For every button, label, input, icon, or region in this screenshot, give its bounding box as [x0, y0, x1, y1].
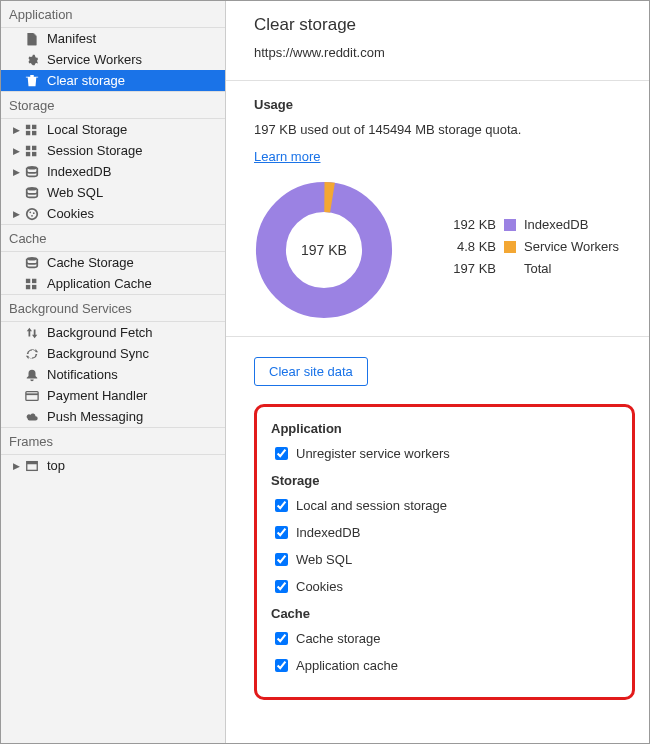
sidebar-item-service-workers[interactable]: Service Workers: [1, 49, 225, 70]
checkbox-row-web-sql[interactable]: Web SQL: [275, 552, 618, 567]
clear-site-data-button[interactable]: Clear site data: [254, 357, 368, 386]
origin-url: https://www.reddit.com: [254, 45, 649, 60]
sidebar-section-header: Frames: [1, 427, 225, 455]
sidebar-item-label: IndexedDB: [47, 164, 111, 179]
sidebar-item-label: Service Workers: [47, 52, 142, 67]
svg-rect-15: [26, 278, 30, 282]
main-panel: Clear storage https://www.reddit.com Usa…: [226, 1, 649, 743]
sidebar-item-label: Push Messaging: [47, 409, 143, 424]
database-icon: [25, 256, 39, 270]
sidebar-section-header: Application: [1, 1, 225, 28]
sidebar-item-label: Background Sync: [47, 346, 149, 361]
grid-icon: [25, 144, 39, 158]
svg-rect-22: [27, 461, 38, 464]
sidebar-item-payment-handler[interactable]: Payment Handler: [1, 385, 225, 406]
usage-text: 197 KB used out of 145494 MB storage quo…: [254, 122, 649, 137]
checkbox[interactable]: [275, 553, 288, 566]
svg-rect-16: [32, 278, 36, 282]
sidebar-item-application-cache[interactable]: Application Cache: [1, 273, 225, 294]
svg-rect-6: [26, 151, 30, 155]
svg-rect-0: [26, 124, 30, 128]
checkbox-row-cache-storage[interactable]: Cache storage: [275, 631, 618, 646]
checkbox-row-indexeddb[interactable]: IndexedDB: [275, 525, 618, 540]
sidebar-section-header: Storage: [1, 91, 225, 119]
sidebar-item-manifest[interactable]: Manifest: [1, 28, 225, 49]
grid-icon: [25, 123, 39, 137]
expand-arrow-icon[interactable]: ▶: [13, 125, 23, 135]
card-icon: [25, 389, 39, 403]
file-icon: [25, 32, 39, 46]
sidebar-section-header: Cache: [1, 224, 225, 252]
checkbox[interactable]: [275, 526, 288, 539]
updown-icon: [25, 326, 39, 340]
window-icon: [25, 459, 39, 473]
usage-donut-chart: 197 KB: [254, 180, 394, 320]
legend-label: Total: [524, 261, 551, 276]
checkbox-row-unregister-service-workers[interactable]: Unregister service workers: [275, 446, 618, 461]
sidebar-item-top[interactable]: ▶top: [1, 455, 225, 476]
checkbox-label: Web SQL: [296, 552, 352, 567]
sidebar-item-label: Cookies: [47, 206, 94, 221]
legend-swatch: [504, 219, 516, 231]
checkbox[interactable]: [275, 632, 288, 645]
usage-title: Usage: [254, 97, 649, 112]
sidebar-item-label: Local Storage: [47, 122, 127, 137]
svg-rect-4: [26, 145, 30, 149]
learn-more-link[interactable]: Learn more: [254, 149, 320, 164]
expand-arrow-icon[interactable]: ▶: [13, 461, 23, 471]
expand-arrow-icon[interactable]: ▶: [13, 146, 23, 156]
sidebar-item-background-fetch[interactable]: Background Fetch: [1, 322, 225, 343]
checkbox-group-title: Application: [271, 421, 618, 436]
sidebar-item-indexeddb[interactable]: ▶IndexedDB: [1, 161, 225, 182]
gear-icon: [25, 53, 39, 67]
sidebar-item-label: Notifications: [47, 367, 118, 382]
sidebar-item-web-sql[interactable]: Web SQL: [1, 182, 225, 203]
svg-rect-5: [32, 145, 36, 149]
sidebar-item-push-messaging[interactable]: Push Messaging: [1, 406, 225, 427]
svg-rect-18: [32, 284, 36, 288]
svg-rect-1: [32, 124, 36, 128]
sidebar-item-label: top: [47, 458, 65, 473]
usage-legend: 192 KBIndexedDB4.8 KBService Workers197 …: [444, 217, 619, 283]
expand-arrow-icon[interactable]: ▶: [13, 209, 23, 219]
legend-row: 4.8 KBService Workers: [444, 239, 619, 254]
sidebar-item-notifications[interactable]: Notifications: [1, 364, 225, 385]
checkbox-row-cookies[interactable]: Cookies: [275, 579, 618, 594]
checkbox-label: IndexedDB: [296, 525, 360, 540]
svg-point-8: [27, 165, 38, 169]
database-icon: [25, 186, 39, 200]
sidebar-item-clear-storage[interactable]: Clear storage: [1, 70, 225, 91]
checkbox[interactable]: [275, 580, 288, 593]
checkbox-row-application-cache[interactable]: Application cache: [275, 658, 618, 673]
legend-row: 192 KBIndexedDB: [444, 217, 619, 232]
svg-rect-2: [26, 130, 30, 134]
checkbox[interactable]: [275, 499, 288, 512]
checkbox-label: Unregister service workers: [296, 446, 450, 461]
sidebar-item-cache-storage[interactable]: Cache Storage: [1, 252, 225, 273]
cookie-icon: [25, 207, 39, 221]
checkbox[interactable]: [275, 447, 288, 460]
grid-icon: [25, 277, 39, 291]
sidebar-item-label: Manifest: [47, 31, 96, 46]
legend-row: 197 KBTotal: [444, 261, 619, 276]
svg-rect-19: [26, 391, 38, 400]
checkbox-label: Cache storage: [296, 631, 381, 646]
svg-point-14: [27, 256, 38, 260]
sidebar-item-label: Web SQL: [47, 185, 103, 200]
sidebar-item-cookies[interactable]: ▶Cookies: [1, 203, 225, 224]
sidebar-item-label: Session Storage: [47, 143, 142, 158]
sidebar-item-session-storage[interactable]: ▶Session Storage: [1, 140, 225, 161]
bell-icon: [25, 368, 39, 382]
divider: [226, 80, 649, 81]
divider: [226, 336, 649, 337]
sidebar-item-local-storage[interactable]: ▶Local Storage: [1, 119, 225, 140]
checkbox-group-title: Storage: [271, 473, 618, 488]
sidebar-section-header: Background Services: [1, 294, 225, 322]
expand-arrow-icon[interactable]: ▶: [13, 167, 23, 177]
sidebar-item-background-sync[interactable]: Background Sync: [1, 343, 225, 364]
svg-rect-3: [32, 130, 36, 134]
sidebar-item-label: Application Cache: [47, 276, 152, 291]
legend-swatch: [504, 241, 516, 253]
checkbox-row-local-and-session-storage[interactable]: Local and session storage: [275, 498, 618, 513]
checkbox[interactable]: [275, 659, 288, 672]
